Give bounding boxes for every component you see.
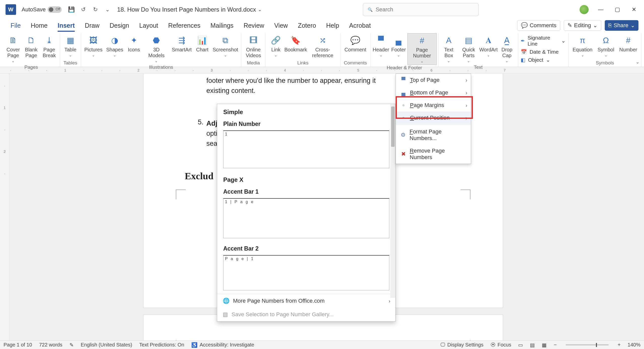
icons-button[interactable]: ✦Icons	[125, 33, 143, 64]
autosave-state: Off	[56, 7, 60, 11]
status-focus[interactable]: ⦿ Focus	[490, 342, 511, 348]
menu-home[interactable]: Home	[26, 20, 53, 31]
undo-button[interactable]: ↺	[79, 6, 87, 14]
chart-button[interactable]: 📊Chart	[194, 33, 211, 64]
minimize-button[interactable]: —	[596, 5, 605, 14]
gallery-more-office[interactable]: 🌐More Page Numbers from Office.com	[217, 294, 395, 308]
menu-draw[interactable]: Draw	[80, 20, 104, 31]
gallery-preview-accent2[interactable]: P a g e | 1	[223, 255, 389, 290]
menu-insert[interactable]: Insert	[53, 20, 80, 31]
zoom-level[interactable]: 140%	[628, 342, 640, 348]
pn-page-margins[interactable]: ▫Page Margins	[396, 99, 471, 112]
menu-file[interactable]: File	[6, 20, 26, 31]
menu-zotero[interactable]: Zotero	[293, 20, 321, 31]
pn-remove[interactable]: ✖Remove Page Numbers	[396, 145, 471, 164]
smartart-button[interactable]: ⇶SmartArt	[170, 33, 194, 64]
link-button[interactable]: 🔗Link⌄	[267, 33, 285, 60]
zoom-out[interactable]: −	[554, 342, 557, 348]
cross-ref-icon: ⤮	[317, 35, 328, 46]
scrollbar-thumb[interactable]	[391, 107, 395, 147]
zoom-in[interactable]: +	[618, 342, 621, 348]
view-print-layout[interactable]: ▤	[530, 342, 535, 348]
menu-view[interactable]: View	[269, 20, 293, 31]
bookmark-button[interactable]: 🔖Bookmark	[285, 33, 307, 60]
page-break-button[interactable]: ⤓Page Break	[40, 33, 58, 64]
zoom-slider[interactable]	[566, 344, 609, 345]
status-predictions[interactable]: Text Predictions: On	[139, 342, 184, 348]
editing-mode-button[interactable]: ✎ Editing ⌄	[564, 20, 601, 31]
smartart-icon: ⇶	[176, 35, 187, 46]
drop-cap-button[interactable]: A̲Drop Cap⌄	[497, 33, 516, 64]
qat-customize-button[interactable]: ⌄	[103, 6, 111, 14]
menu-review[interactable]: Review	[239, 20, 269, 31]
cover-page-button[interactable]: 🗎Cover Page⌄	[4, 33, 22, 64]
pn-current-position[interactable]: ▫Current Position	[396, 112, 471, 124]
group-text-label: Text	[474, 64, 483, 71]
shapes-button[interactable]: ◑Shapes⌄	[104, 33, 125, 64]
maximize-button[interactable]: ▢	[613, 5, 622, 14]
menu-references[interactable]: References	[163, 20, 205, 31]
collapse-ribbon-button[interactable]: ⌄	[636, 59, 639, 65]
pn-bottom-of-page[interactable]: ▄Bottom of Page	[396, 86, 471, 99]
blank-page-button[interactable]: 🗋Blank Page	[22, 33, 40, 64]
page-number-button[interactable]: #Page Number⌄	[407, 33, 437, 65]
status-spellcheck[interactable]: ✎	[69, 342, 74, 348]
text-box-icon: A	[443, 35, 454, 46]
status-accessibility[interactable]: ♿ Accessibility: Investigate	[191, 342, 254, 348]
search-box[interactable]: 🔍	[363, 3, 479, 16]
date-time-button[interactable]: 📅Date & Time	[521, 49, 566, 55]
text-box-label: Text Box	[442, 47, 455, 58]
screenshot-button[interactable]: ⧉Screenshot⌄	[211, 33, 240, 64]
gallery-scrollbar[interactable]	[390, 104, 395, 298]
horizontal-ruler[interactable]: · · · 1 · · · 2 · · · 3 · · · 4 · · · 5 …	[0, 67, 644, 74]
menu-help[interactable]: Help	[321, 20, 344, 31]
status-language[interactable]: English (United States)	[81, 342, 132, 348]
online-videos-label: Online Videos	[245, 47, 261, 58]
signature-line-button[interactable]: ✒Signature Line ⌄	[521, 35, 566, 47]
close-button[interactable]: ✕	[629, 5, 638, 14]
table-button[interactable]: ▦Table⌄	[62, 33, 79, 60]
preview-text: P a g e | 1	[225, 257, 254, 261]
number-button[interactable]: #Number	[617, 33, 640, 60]
share-button[interactable]: ⎘ Share ⌄	[605, 20, 638, 31]
pictures-button[interactable]: 🖼Pictures⌄	[83, 33, 104, 64]
menu-mailings[interactable]: Mailings	[205, 20, 239, 31]
redo-button[interactable]: ↻	[91, 6, 99, 14]
menu-layout[interactable]: Layout	[134, 20, 163, 31]
gallery-preview-accent1[interactable]: 1 | P a g e	[223, 198, 389, 238]
menu-design[interactable]: Design	[104, 20, 134, 31]
object-button[interactable]: ◧Object ⌄	[521, 57, 566, 63]
zoom-thumb[interactable]	[596, 343, 597, 347]
view-web-layout[interactable]: ▦	[542, 342, 547, 348]
blank-page-icon: 🗋	[26, 35, 37, 46]
symbol-button[interactable]: ΩSymbol⌄	[595, 33, 617, 60]
text-box-button[interactable]: AText Box⌄	[440, 33, 458, 64]
pn-format[interactable]: ⚙Format Page Numbers...	[396, 125, 471, 145]
comments-button[interactable]: 💬 Comments	[517, 20, 560, 31]
user-avatar[interactable]	[580, 5, 589, 14]
3d-models-button[interactable]: ⬣3D Models⌄	[143, 33, 170, 64]
equation-button[interactable]: πEquation⌄	[570, 33, 595, 60]
gallery-preview-plain[interactable]: 1	[223, 130, 389, 168]
search-input[interactable]	[376, 6, 474, 13]
save-button[interactable]: 💾	[67, 6, 75, 14]
footer-button[interactable]: ▄Footer⌄	[390, 33, 407, 65]
body-text: opti	[206, 128, 217, 139]
icons-icon: ✦	[128, 35, 139, 46]
pn-top-of-page[interactable]: ▀TTop of Pageop of Page	[396, 74, 471, 86]
quick-parts-button[interactable]: ▤Quick Parts⌄	[458, 33, 480, 64]
status-display-settings[interactable]: 🖵 Display Settings	[440, 342, 483, 348]
menu-acrobat[interactable]: Acrobat	[344, 20, 376, 31]
cross-reference-button[interactable]: ⤮Cross-reference	[307, 33, 339, 60]
comment-button[interactable]: 💬Comment	[342, 33, 369, 60]
header-button[interactable]: ▀Header⌄	[372, 33, 390, 65]
view-read-mode[interactable]: ▭	[518, 342, 523, 348]
vertical-ruler[interactable]: ·1·2·	[0, 74, 10, 340]
comment-label: Comment	[345, 47, 366, 53]
wordart-button[interactable]: 𝐀WordArt⌄	[480, 33, 497, 64]
status-words[interactable]: 722 words	[39, 342, 62, 348]
autosave-toggle[interactable]: AutoSave Off	[22, 6, 62, 13]
status-page[interactable]: Page 1 of 10	[4, 342, 32, 348]
document-title-chevron-icon[interactable]: ⌄	[258, 7, 262, 12]
online-videos-button[interactable]: 🎞Online Videos	[243, 33, 264, 60]
